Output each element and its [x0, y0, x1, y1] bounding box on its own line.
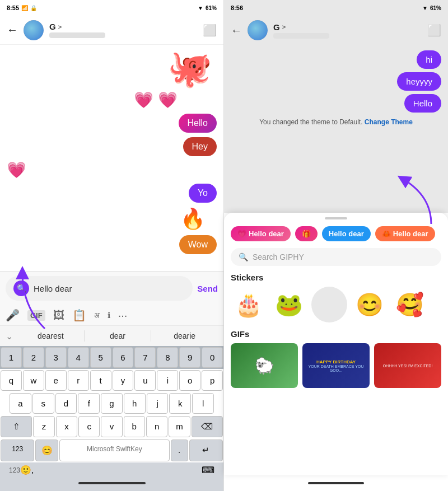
- keyboard-mode-label: 123: [9, 466, 20, 474]
- sticker-cake[interactable]: 🎂: [231, 287, 267, 322]
- sticker-chip-gift[interactable]: 🎁: [295, 226, 318, 241]
- space-key[interactable]: Microsoft SwiftKey: [59, 439, 169, 461]
- video-call-icon[interactable]: ⬜: [203, 24, 217, 37]
- left-bottom-bar: 123 🙂 , ⌨: [0, 462, 223, 478]
- key-b[interactable]: b: [124, 416, 145, 437]
- message-input-text: Hello dear: [34, 284, 185, 293]
- key-7[interactable]: 7: [134, 347, 156, 368]
- language-icon[interactable]: अ: [94, 311, 100, 320]
- autocomplete-item-1[interactable]: dearest: [17, 330, 85, 342]
- keyboard-toolbar: 🎤 GIF 🖼 📋 अ ℹ ···: [0, 305, 223, 325]
- left-nav-indicator: [0, 478, 223, 491]
- right-msg-heyyyy: heyyyy: [397, 72, 441, 91]
- key-a[interactable]: a: [10, 393, 31, 414]
- search-icon: 🔍: [13, 280, 29, 296]
- key-1[interactable]: 1: [1, 347, 22, 368]
- period-key[interactable]: .: [171, 439, 188, 461]
- contact-info: G >: [49, 22, 197, 38]
- autocomplete-item-3[interactable]: dearie: [151, 330, 218, 342]
- key-m[interactable]: m: [169, 416, 190, 437]
- more-icon[interactable]: ···: [118, 309, 128, 322]
- sticker-smiley[interactable]: 😊: [352, 287, 388, 322]
- key-w[interactable]: w: [23, 370, 44, 391]
- key-4[interactable]: 4: [68, 347, 89, 368]
- key-5[interactable]: 5: [90, 347, 111, 368]
- enter-key[interactable]: ↵: [189, 439, 223, 461]
- key-0[interactable]: 0: [202, 347, 223, 368]
- giphy-search-icon: 🔍: [239, 252, 248, 261]
- key-s[interactable]: s: [32, 393, 54, 414]
- gifs-section-title: GIFs: [224, 326, 448, 340]
- key-h[interactable]: h: [124, 393, 146, 414]
- autocomplete-item-2[interactable]: dear: [85, 330, 152, 342]
- right-msg-hi: hi: [417, 50, 441, 69]
- key-j[interactable]: j: [147, 393, 169, 414]
- key-g[interactable]: g: [101, 393, 123, 414]
- key-i[interactable]: i: [157, 370, 178, 391]
- sticker-blank[interactable]: [311, 287, 347, 322]
- key-k[interactable]: k: [169, 393, 191, 414]
- giphy-panel: 💗 Hello dear 🎁 Hello dear 🦀 Hello dear 🔍…: [224, 213, 448, 475]
- left-status-bar: 8:55 📶 🔒 ▼ 61%: [0, 0, 223, 16]
- key-x[interactable]: x: [56, 416, 77, 437]
- gif-item-1[interactable]: 🐑: [231, 343, 298, 388]
- image-icon[interactable]: 🖼: [53, 309, 64, 322]
- right-nav-indicator: [224, 475, 448, 491]
- key-e[interactable]: e: [45, 370, 67, 391]
- gif-icon[interactable]: GIF: [27, 310, 45, 321]
- emoji-key[interactable]: 😊: [35, 439, 58, 461]
- message-hey-row: Hey: [183, 137, 217, 156]
- key-q[interactable]: q: [1, 370, 22, 391]
- sticker-heart-face[interactable]: 🥰: [392, 287, 428, 322]
- left-status-time: 8:55 📶 🔒: [7, 4, 37, 11]
- key-l[interactable]: l: [192, 393, 214, 414]
- key-p[interactable]: p: [202, 370, 223, 391]
- shift-key[interactable]: ⇧: [1, 416, 32, 437]
- message-hey: Hey: [183, 137, 217, 156]
- send-button[interactable]: Send: [197, 284, 218, 293]
- sticker-chip-hello-dear-3[interactable]: 🦀 Hello dear: [375, 226, 435, 241]
- key-f[interactable]: f: [78, 393, 100, 414]
- right-panel: 8:56 ▼ 61% ← G > ⬜ hi heyyyy Hello You c…: [224, 0, 448, 491]
- key-3[interactable]: 3: [45, 347, 67, 368]
- key-123[interactable]: 123: [1, 439, 34, 461]
- message-input-area: 🔍 Hello dear Send: [0, 271, 223, 305]
- key-2[interactable]: 2: [23, 347, 44, 368]
- key-8[interactable]: 8: [157, 347, 178, 368]
- sticker-frog[interactable]: 🐸: [271, 287, 307, 322]
- gifs-row: 🐑 HAPPY BIRTHDAY YOUR DEATH EMBRACE YOU …: [224, 340, 448, 391]
- sticker-chip-hello-dear-2[interactable]: Hello dear: [322, 226, 371, 241]
- backspace-key[interactable]: ⌫: [192, 416, 223, 437]
- key-v[interactable]: v: [101, 416, 122, 437]
- right-chevron-icon: >: [282, 24, 286, 30]
- mic-icon[interactable]: 🎤: [6, 308, 20, 322]
- key-o[interactable]: o: [179, 370, 200, 391]
- key-y[interactable]: y: [113, 370, 134, 391]
- key-t[interactable]: t: [90, 370, 111, 391]
- info-icon[interactable]: ℹ: [108, 311, 110, 320]
- clipboard-icon[interactable]: 📋: [72, 308, 86, 322]
- key-u[interactable]: u: [134, 370, 156, 391]
- sticker-chips-row: 💗 Hello dear 🎁 Hello dear 🦀 Hello dear: [224, 223, 448, 245]
- message-input-wrap[interactable]: 🔍 Hello dear: [6, 276, 193, 301]
- key-9[interactable]: 9: [179, 347, 200, 368]
- giphy-search-bar[interactable]: 🔍 Search GIPHY: [231, 248, 441, 266]
- back-button[interactable]: ←: [7, 24, 18, 36]
- change-theme-link[interactable]: Change Theme: [365, 118, 413, 126]
- right-video-call-icon[interactable]: ⬜: [427, 24, 441, 37]
- sticker-chip-hello-dear-1[interactable]: 💗 Hello dear: [231, 226, 291, 241]
- key-n[interactable]: n: [146, 416, 167, 437]
- key-d[interactable]: d: [55, 393, 77, 414]
- key-6[interactable]: 6: [113, 347, 134, 368]
- key-z[interactable]: z: [33, 416, 54, 437]
- key-c[interactable]: c: [78, 416, 100, 437]
- left-chat-messages: 🐙 💗 💗 Hello Hey 💗 Yo 🔥 Wow: [0, 45, 223, 271]
- qwerty-row: q w e r t y u i o p: [0, 369, 223, 392]
- right-back-button[interactable]: ←: [231, 24, 242, 37]
- key-r[interactable]: r: [68, 370, 89, 391]
- giphy-handle: [325, 217, 347, 219]
- autocomplete-expand-icon[interactable]: ⌄: [6, 331, 13, 342]
- gif-item-2[interactable]: HAPPY BIRTHDAY YOUR DEATH EMBRACE YOU GO…: [302, 343, 370, 388]
- gif-item-3[interactable]: OHHHH YES! I'M EXCITED!: [374, 343, 441, 388]
- message-yo: Yo: [189, 184, 217, 203]
